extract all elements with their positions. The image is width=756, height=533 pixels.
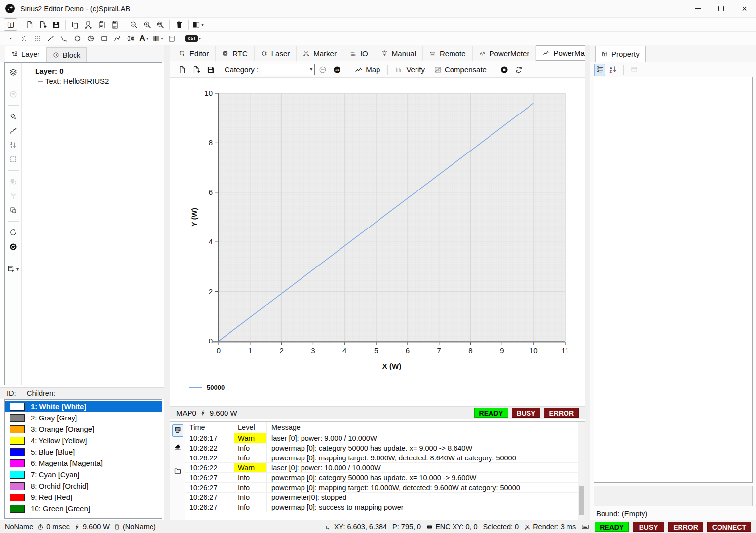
pen-list-item[interactable]: 2: Gray [Gray] (5, 412, 162, 423)
tab-remote[interactable]: Remote (423, 46, 473, 61)
circle-tool-button[interactable] (71, 32, 84, 44)
scatter-points-tool-button[interactable] (17, 32, 31, 44)
log-row[interactable]: 10:26:22Warnlaser [0]: power: 10.000 / 1… (185, 463, 578, 473)
log-row[interactable]: 10:26:22Infopowermap [0]: mapping target… (185, 453, 578, 463)
text-tool-button[interactable]: A▾ (137, 32, 151, 44)
tab-layer[interactable]: Layer (5, 46, 46, 62)
close-button[interactable]: × (733, 0, 756, 17)
category-select[interactable]: ▾ (262, 64, 315, 75)
tab-marker[interactable]: Marker (297, 46, 343, 61)
log-folder-button[interactable] (172, 465, 183, 478)
maximize-button[interactable] (710, 0, 733, 17)
minimize-button[interactable] (686, 0, 710, 17)
pen-list-item[interactable]: 4: Yellow [Yellow] (5, 435, 162, 446)
layers-button[interactable] (6, 67, 20, 77)
group-button[interactable] (6, 205, 20, 216)
window-run-button[interactable]: ▾ (6, 264, 20, 274)
open-document-button[interactable] (36, 18, 49, 31)
chevron-down-icon: ▾ (16, 266, 19, 272)
selection-box-button[interactable] (6, 154, 20, 165)
spiral-tool-button[interactable] (124, 32, 137, 44)
line-tool-button[interactable] (44, 32, 57, 44)
zoom-out-button[interactable] (127, 18, 140, 31)
tree-node-layer0[interactable]: Layer: 0 (27, 67, 157, 75)
point-tool-button[interactable] (4, 32, 17, 44)
cut-button[interactable] (81, 18, 95, 31)
grid-points-tool-button[interactable] (31, 32, 44, 44)
delete-button[interactable] (172, 18, 186, 31)
svg-text:9: 9 (500, 346, 504, 355)
zoom-in-button[interactable] (140, 18, 153, 31)
pie-tool-button[interactable] (84, 32, 97, 44)
info-button[interactable]: i (4, 18, 17, 31)
sort-order-button[interactable]: 21 (6, 140, 20, 151)
collapse-icon[interactable] (27, 68, 32, 73)
verify-button[interactable]: Verify (391, 63, 429, 76)
pen-list-item[interactable]: 1: White [White] (5, 401, 162, 412)
copy-button[interactable] (68, 18, 81, 31)
categorized-view-button[interactable] (594, 64, 605, 76)
measure-button[interactable] (6, 111, 20, 122)
ctrl-menu-button[interactable]: Ctrl▾ (184, 32, 203, 44)
image-tool-button[interactable] (165, 32, 178, 44)
view-3d-button[interactable]: 3D (6, 89, 20, 100)
log-row[interactable]: 10:26:17Warnlaser [0]: power: 9.000 / 10… (185, 433, 578, 443)
barcode-tool-button[interactable]: ▾ (151, 32, 165, 44)
property-grid[interactable] (594, 77, 753, 483)
layout-columns-button[interactable]: ▾ (191, 18, 205, 31)
pen-list-item[interactable]: 9: Red [Red] (5, 492, 162, 503)
tab-rtc[interactable]: RTC (216, 46, 255, 61)
tab-manual[interactable]: Manual (375, 46, 423, 61)
map-open-button[interactable] (189, 63, 203, 76)
map-button[interactable]: Map (351, 63, 384, 76)
pen-list-item[interactable]: 5: Blue [Blue] (5, 446, 162, 457)
left-splitter[interactable] (164, 45, 170, 520)
log-console-button[interactable] (172, 424, 183, 437)
map-save-button[interactable] (204, 63, 217, 76)
arc-tool-button[interactable] (57, 32, 71, 44)
tab-io[interactable]: 01011010IO (343, 46, 375, 61)
log-row[interactable]: 10:26:22Infopowermap [0]: category 50000… (185, 443, 578, 453)
tree-node-text[interactable]: Text: HelloSIRIUS2 (27, 77, 157, 85)
stop-button[interactable] (498, 63, 511, 76)
pen-list-item[interactable]: 6: Magenta [Magenta] (5, 457, 162, 469)
pen-list-item[interactable]: 3: Orange [Orange] (5, 423, 162, 435)
branch-button[interactable] (6, 190, 20, 201)
rectangle-tool-button[interactable] (97, 32, 111, 44)
paste-button[interactable] (95, 18, 108, 31)
log-scrollbar[interactable] (578, 422, 585, 520)
tab-laser[interactable]: Laser (255, 46, 297, 61)
property-pages-button[interactable] (629, 64, 640, 76)
new-document-button[interactable] (23, 18, 36, 31)
log-clear-button[interactable] (172, 441, 183, 453)
log-row[interactable]: 10:26:27Infopowermap [0]: category 50000… (185, 473, 578, 483)
tab-property[interactable]: Property (595, 46, 646, 62)
remove-category-button[interactable] (316, 63, 329, 76)
log-row[interactable]: 10:26:27Infopowermap [0]: success to map… (185, 502, 578, 512)
refresh-button[interactable] (512, 63, 526, 76)
curve-button[interactable] (6, 125, 20, 136)
one-to-one-button[interactable]: 1:1 (330, 63, 343, 76)
tab-block[interactable]: Block (46, 47, 87, 62)
overlap-circles-button[interactable] (6, 176, 20, 187)
log-row[interactable]: 10:26:27Infopowermap [0]: mapping target… (185, 483, 578, 493)
pen-list-item[interactable]: 8: Orchid [Orchid] (5, 480, 162, 492)
chevron-down-icon: ▾ (201, 22, 204, 27)
log-row[interactable]: 10:26:27Infopowermeter[0]: stopped (185, 493, 578, 502)
clipboard-list-button[interactable] (108, 18, 121, 31)
alphabetical-sort-button[interactable]: AZ (607, 64, 618, 76)
tab-editor[interactable]: Editor (173, 46, 216, 61)
compensate-button[interactable]: Compensate (430, 63, 491, 76)
pen-list-item[interactable]: 7: Cyan [Cyan] (5, 469, 162, 480)
scrollbar-thumb[interactable] (579, 486, 584, 515)
keyboard-icon[interactable] (581, 523, 589, 531)
log-message: laser [0]: power: 10.000 / 10.000W (267, 464, 578, 472)
polyline-tool-button[interactable] (111, 32, 124, 44)
zoom-region-button[interactable] (153, 18, 167, 31)
map-new-button[interactable] (175, 63, 189, 76)
tab-powermeter[interactable]: PowerMeter (473, 46, 536, 61)
rotate-button[interactable] (6, 227, 20, 238)
rotate-filled-button[interactable] (6, 241, 20, 252)
pen-list-item[interactable]: 10: Green [Green] (5, 503, 162, 514)
save-button[interactable] (49, 18, 63, 31)
